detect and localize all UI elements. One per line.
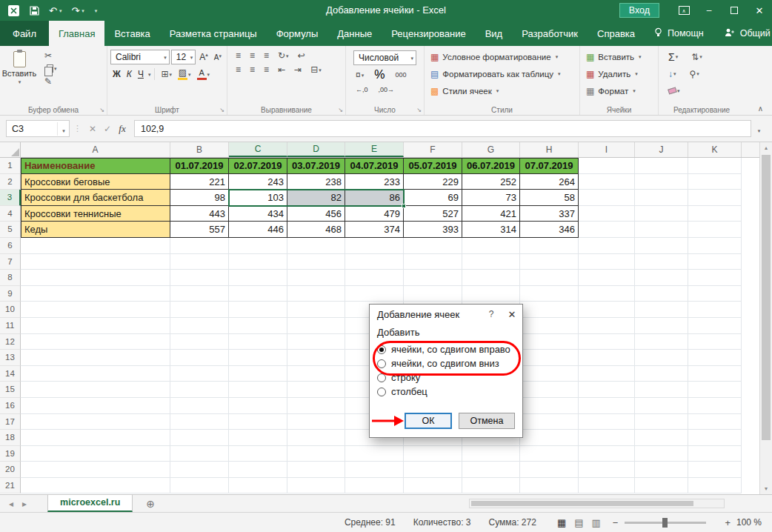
cell-G19[interactable] — [462, 446, 520, 462]
cell-H8[interactable] — [520, 270, 579, 286]
cut-button[interactable]: ✂ — [42, 50, 59, 61]
cell-K17[interactable] — [688, 414, 742, 430]
column-header-J[interactable]: J — [635, 142, 688, 157]
row-header-16[interactable]: 16 — [0, 398, 21, 414]
cell-J20[interactable] — [635, 462, 688, 478]
cell-D2[interactable]: 238 — [287, 174, 345, 190]
cell-K19[interactable] — [688, 446, 742, 462]
paste-button[interactable]: Вставить ▾ — [1, 48, 37, 87]
cell-K14[interactable] — [688, 366, 742, 382]
tab-developer[interactable]: Разработчик — [512, 21, 588, 46]
formula-bar-expand-icon[interactable]: ▾ — [751, 122, 766, 136]
shrink-font-button[interactable]: А▾ — [212, 53, 224, 62]
cell-H14[interactable] — [520, 366, 579, 382]
tab-formulas[interactable]: Формулы — [267, 21, 328, 46]
cell-A17[interactable] — [21, 414, 170, 430]
cell-K6[interactable] — [688, 238, 742, 254]
cell-A3[interactable]: Кроссовки для баскетбола — [21, 190, 170, 206]
align-middle-button[interactable]: ≡ — [247, 50, 257, 61]
cell-H4[interactable]: 337 — [520, 206, 579, 222]
grow-font-button[interactable]: А▴ — [197, 51, 210, 63]
cell-G3[interactable]: 73 — [462, 190, 520, 206]
cell-D18[interactable] — [287, 430, 345, 446]
cell-D14[interactable] — [287, 366, 345, 382]
cell-C2[interactable]: 243 — [229, 174, 287, 190]
cell-C5[interactable]: 446 — [229, 222, 287, 238]
cell-F9[interactable] — [404, 286, 462, 302]
column-header-K[interactable]: K — [688, 142, 742, 157]
cell-G1[interactable]: 06.07.2019 — [462, 158, 520, 174]
cell-C7[interactable] — [229, 254, 287, 270]
cell-H1[interactable]: 07.07.2019 — [520, 158, 579, 174]
cell-I21[interactable] — [579, 478, 635, 494]
row-header-9[interactable]: 9 — [0, 286, 21, 302]
cell-A21[interactable] — [21, 478, 170, 494]
cell-B21[interactable] — [170, 478, 229, 494]
increase-decimal-button[interactable]: ←,0 — [353, 85, 370, 94]
align-center-button[interactable]: ≡ — [247, 64, 257, 75]
row-header-11[interactable]: 11 — [0, 318, 21, 334]
cell-K21[interactable] — [688, 478, 742, 494]
cell-E1[interactable]: 04.07.2019 — [345, 158, 404, 174]
sheet-next-icon[interactable]: ▸ — [22, 499, 27, 509]
cell-D3[interactable]: 82 — [287, 190, 345, 206]
column-header-H[interactable]: H — [520, 142, 579, 157]
cell-I8[interactable] — [579, 270, 635, 286]
cell-I7[interactable] — [579, 254, 635, 270]
cell-I19[interactable] — [579, 446, 635, 462]
cell-A7[interactable] — [21, 254, 170, 270]
cell-G4[interactable]: 421 — [462, 206, 520, 222]
column-header-A[interactable]: A — [21, 142, 170, 157]
cell-G5[interactable]: 314 — [462, 222, 520, 238]
cell-I3[interactable] — [579, 190, 635, 206]
row-header-8[interactable]: 8 — [0, 270, 21, 286]
cell-C14[interactable] — [229, 366, 287, 382]
sheet-prev-icon[interactable]: ◂ — [9, 499, 13, 509]
save-icon[interactable] — [30, 6, 39, 16]
number-launcher-icon[interactable]: ↘ — [416, 107, 422, 113]
find-select-button[interactable]: ⚲▾ — [688, 69, 702, 79]
view-page-break-icon[interactable]: ▥ — [591, 517, 600, 528]
cell-B17[interactable] — [170, 414, 229, 430]
cell-D16[interactable] — [287, 398, 345, 414]
cell-I14[interactable] — [579, 366, 635, 382]
share-button[interactable]: Общий доступ — [713, 21, 772, 46]
cell-I15[interactable] — [579, 382, 635, 398]
row-header-15[interactable]: 15 — [0, 382, 21, 398]
collapse-ribbon-icon[interactable]: ∧ — [758, 104, 763, 113]
cell-I16[interactable] — [579, 398, 635, 414]
cell-I4[interactable] — [579, 206, 635, 222]
cell-H18[interactable] — [520, 430, 579, 446]
cell-D20[interactable] — [287, 462, 345, 478]
conditional-formatting-button[interactable]: ▦Условное форматирование▾ — [426, 48, 578, 65]
align-top-button[interactable]: ≡ — [233, 50, 243, 61]
cell-K1[interactable] — [688, 158, 742, 174]
format-painter-button[interactable]: ✎ — [42, 76, 59, 87]
row-header-10[interactable]: 10 — [0, 302, 21, 318]
cell-K3[interactable] — [688, 190, 742, 206]
cell-A14[interactable] — [21, 366, 170, 382]
cell-A9[interactable] — [21, 286, 170, 302]
cell-C16[interactable] — [229, 398, 287, 414]
format-cells-button[interactable]: ▦Формат▾ — [582, 82, 656, 99]
font-launcher-icon[interactable]: ↘ — [219, 107, 224, 113]
cell-J3[interactable] — [635, 190, 688, 206]
column-header-F[interactable]: F — [404, 142, 462, 157]
cell-H3[interactable]: 58 — [520, 190, 579, 206]
cell-B5[interactable]: 557 — [170, 222, 229, 238]
cell-H10[interactable] — [520, 302, 579, 318]
cell-A15[interactable] — [21, 382, 170, 398]
cell-J21[interactable] — [635, 478, 688, 494]
cell-C4[interactable]: 434 — [229, 206, 287, 222]
cell-I20[interactable] — [579, 462, 635, 478]
cell-A8[interactable] — [21, 270, 170, 286]
row-header-13[interactable]: 13 — [0, 350, 21, 366]
row-header-20[interactable]: 20 — [0, 462, 21, 478]
wrap-text-button[interactable]: ↩ — [296, 50, 307, 61]
cell-F21[interactable] — [404, 478, 462, 494]
cell-K7[interactable] — [688, 254, 742, 270]
cell-G2[interactable]: 252 — [462, 174, 520, 190]
cell-D7[interactable] — [287, 254, 345, 270]
cell-C11[interactable] — [229, 318, 287, 334]
column-header-D[interactable]: D — [287, 142, 345, 157]
